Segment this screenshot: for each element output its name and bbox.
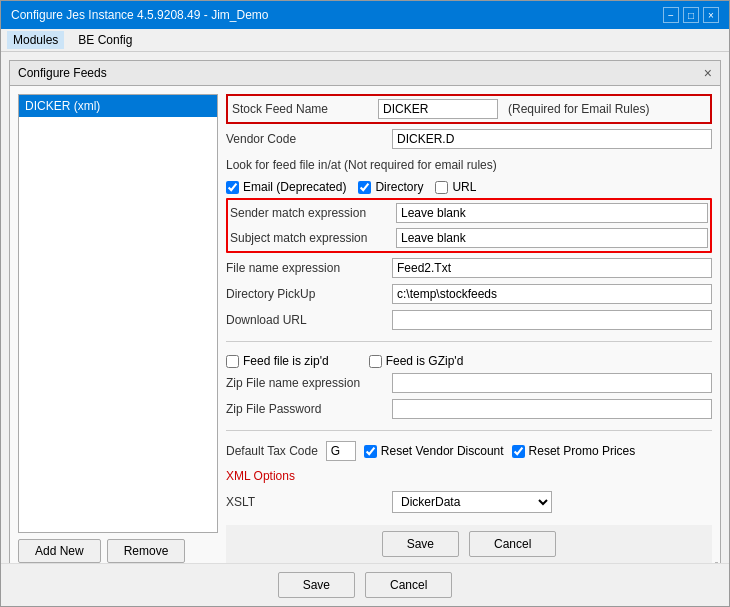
stock-feed-required-label: (Required for Email Rules): [508, 102, 649, 116]
reset-vendor-checkbox[interactable]: [364, 445, 377, 458]
sender-match-label: Sender match expression: [230, 206, 390, 220]
file-name-row: File name expression: [226, 257, 712, 279]
vendor-code-label: Vendor Code: [226, 132, 386, 146]
download-url-input[interactable]: [392, 310, 712, 330]
main-content: Configure Feeds × DICKER (xml) Add New R…: [1, 52, 729, 563]
zip-password-input[interactable]: [392, 399, 712, 419]
stock-feed-name-label: Stock Feed Name: [232, 102, 372, 116]
stock-feed-name-input[interactable]: [378, 99, 498, 119]
zip-password-label: Zip File Password: [226, 402, 386, 416]
window-bottom-buttons: Save Cancel: [1, 563, 729, 606]
look-for-feed-label: Look for feed file in/at (Not required f…: [226, 158, 497, 172]
close-button[interactable]: ×: [703, 7, 719, 23]
menu-bar: Modules BE Config: [1, 29, 729, 52]
look-for-feed-row: Look for feed file in/at (Not required f…: [226, 154, 712, 176]
window-save-button[interactable]: Save: [278, 572, 355, 598]
directory-pickup-label: Directory PickUp: [226, 287, 386, 301]
panel-title: Configure Feeds: [18, 66, 107, 80]
vendor-code-row: Vendor Code: [226, 128, 712, 150]
feed-gzip-checkbox[interactable]: [369, 355, 382, 368]
xslt-select[interactable]: DickerData Option2 Option3: [392, 491, 552, 513]
window-title: Configure Jes Instance 4.5.9208.49 - Jim…: [11, 8, 268, 22]
directory-pickup-input[interactable]: [392, 284, 712, 304]
left-panel: DICKER (xml) Add New Remove: [18, 94, 218, 563]
vendor-code-input[interactable]: [392, 129, 712, 149]
xml-options-row: XML Options: [226, 465, 712, 487]
feed-list: DICKER (xml): [18, 94, 218, 533]
divider-2: [226, 430, 712, 431]
directory-checkbox[interactable]: [358, 181, 371, 194]
reset-promo-label: Reset Promo Prices: [529, 444, 636, 458]
panel-body: DICKER (xml) Add New Remove Stock Feed N…: [10, 86, 720, 563]
sender-match-input[interactable]: [396, 203, 708, 223]
panel-title-bar: Configure Feeds ×: [10, 61, 720, 86]
window-cancel-button[interactable]: Cancel: [365, 572, 452, 598]
divider-1: [226, 341, 712, 342]
email-checkbox-item: Email (Deprecated): [226, 180, 346, 194]
zip-file-name-row: Zip File name expression: [226, 372, 712, 394]
feed-gzip-item: Feed is GZip'd: [369, 354, 464, 368]
subject-match-label: Subject match expression: [230, 231, 390, 245]
form-cancel-button[interactable]: Cancel: [469, 531, 556, 557]
directory-checkbox-item: Directory: [358, 180, 423, 194]
xml-options-label: XML Options: [226, 469, 386, 483]
zip-file-name-input[interactable]: [392, 373, 712, 393]
stock-feed-name-section: Stock Feed Name (Required for Email Rule…: [226, 94, 712, 124]
reset-promo-checkbox[interactable]: [512, 445, 525, 458]
email-checkbox-label: Email (Deprecated): [243, 180, 346, 194]
reset-vendor-item: Reset Vendor Discount: [364, 444, 504, 458]
remove-button[interactable]: Remove: [107, 539, 186, 563]
zip-checkboxes-row: Feed file is zip'd Feed is GZip'd: [226, 354, 712, 368]
add-new-button[interactable]: Add New: [18, 539, 101, 563]
default-tax-label: Default Tax Code: [226, 444, 318, 458]
reset-vendor-label: Reset Vendor Discount: [381, 444, 504, 458]
resize-handle[interactable]: ↗: [708, 559, 720, 563]
tax-code-input[interactable]: [326, 441, 356, 461]
panel-close-button[interactable]: ×: [704, 65, 712, 81]
form-save-button[interactable]: Save: [382, 531, 459, 557]
configure-feeds-panel: Configure Feeds × DICKER (xml) Add New R…: [9, 60, 721, 563]
url-checkbox[interactable]: [435, 181, 448, 194]
feed-zip-item: Feed file is zip'd: [226, 354, 329, 368]
feed-source-checkboxes: Email (Deprecated) Directory URL: [226, 180, 712, 194]
title-bar: Configure Jes Instance 4.5.9208.49 - Jim…: [1, 1, 729, 29]
right-panel: Stock Feed Name (Required for Email Rule…: [226, 94, 712, 563]
feed-list-item[interactable]: DICKER (xml): [19, 95, 217, 117]
xslt-label: XSLT: [226, 495, 386, 509]
subject-match-row: Subject match expression: [230, 227, 708, 249]
directory-checkbox-label: Directory: [375, 180, 423, 194]
email-checkbox[interactable]: [226, 181, 239, 194]
download-url-label: Download URL: [226, 313, 386, 327]
tax-code-row: Default Tax Code Reset Vendor Discount R…: [226, 441, 712, 461]
reset-promo-item: Reset Promo Prices: [512, 444, 636, 458]
sender-match-row: Sender match expression: [230, 202, 708, 224]
zip-password-row: Zip File Password: [226, 398, 712, 420]
feed-zip-checkbox[interactable]: [226, 355, 239, 368]
list-action-buttons: Add New Remove: [18, 539, 218, 563]
title-bar-buttons: − □ ×: [663, 7, 719, 23]
minimize-button[interactable]: −: [663, 7, 679, 23]
subject-match-input[interactable]: [396, 228, 708, 248]
xslt-row: XSLT DickerData Option2 Option3: [226, 491, 712, 513]
feed-zip-label: Feed file is zip'd: [243, 354, 329, 368]
zip-file-name-label: Zip File name expression: [226, 376, 386, 390]
file-name-label: File name expression: [226, 261, 386, 275]
url-checkbox-item: URL: [435, 180, 476, 194]
directory-pickup-row: Directory PickUp: [226, 283, 712, 305]
file-name-input[interactable]: [392, 258, 712, 278]
download-url-row: Download URL: [226, 309, 712, 331]
feed-gzip-label: Feed is GZip'd: [386, 354, 464, 368]
main-window: Configure Jes Instance 4.5.9208.49 - Jim…: [0, 0, 730, 607]
menu-item-modules[interactable]: Modules: [7, 31, 64, 49]
match-expression-section: Sender match expression Subject match ex…: [226, 198, 712, 253]
url-checkbox-label: URL: [452, 180, 476, 194]
form-action-buttons: Save Cancel: [226, 525, 712, 563]
menu-item-be-config[interactable]: BE Config: [72, 31, 138, 49]
maximize-button[interactable]: □: [683, 7, 699, 23]
